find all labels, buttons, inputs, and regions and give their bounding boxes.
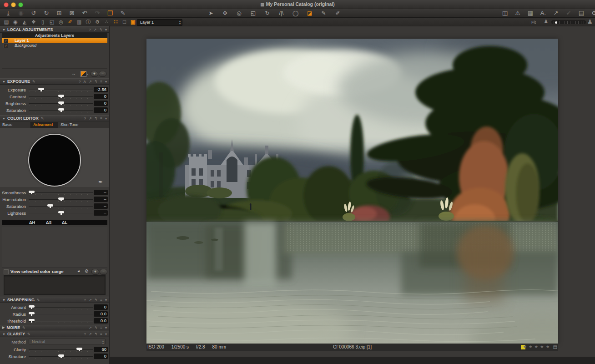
- help-icon[interactable]: ?: [79, 80, 81, 84]
- collapse-caret-icon[interactable]: ▼: [2, 28, 5, 31]
- menu-caret-icon[interactable]: ▾: [105, 28, 107, 32]
- framed-view-icon[interactable]: ▣: [129, 18, 137, 26]
- cursor-tool-icon[interactable]: ➤: [204, 9, 218, 17]
- reset-icon[interactable]: ↰: [99, 28, 102, 32]
- preset-icon[interactable]: ≡: [100, 298, 102, 302]
- info-tab-icon[interactable]: ⓘ: [84, 18, 93, 26]
- slider-value[interactable]: --: [94, 203, 108, 209]
- slider-handle[interactable]: [38, 88, 44, 90]
- remove-layer-button[interactable]: −: [99, 71, 106, 77]
- preset-icon[interactable]: ≡: [100, 80, 102, 84]
- slider-handle[interactable]: [29, 319, 35, 321]
- capture-icon[interactable]: ◉: [15, 9, 27, 17]
- help-icon[interactable]: ?: [84, 332, 86, 336]
- redo-icon[interactable]: ↷: [91, 9, 104, 17]
- slider-handle[interactable]: [29, 305, 35, 308]
- slider-handle[interactable]: [29, 191, 35, 193]
- help-icon[interactable]: ?: [84, 116, 86, 121]
- slider-value[interactable]: 0: [94, 101, 108, 106]
- slider-track[interactable]: [29, 307, 93, 308]
- collapse-caret-icon[interactable]: ▼: [2, 298, 5, 302]
- preset-icon[interactable]: ≡: [100, 326, 102, 330]
- color-tab-icon[interactable]: ❖: [29, 18, 38, 26]
- loupe-tool-icon[interactable]: ◎: [232, 9, 246, 17]
- slider-handle[interactable]: [29, 312, 35, 314]
- layer-select-stepper-icon[interactable]: ▴▾: [179, 20, 181, 25]
- zoom-fit-label[interactable]: Fit: [531, 20, 536, 25]
- mask-caret-icon[interactable]: ▾: [87, 72, 88, 76]
- proof-profile-icon[interactable]: A.: [537, 9, 550, 17]
- process-tab-icon[interactable]: ∴: [102, 18, 111, 26]
- slider-value[interactable]: 0: [94, 354, 108, 359]
- styles-brush-icon[interactable]: ✎: [116, 9, 129, 17]
- slider-handle[interactable]: [58, 95, 64, 97]
- spot-circle-tool-icon[interactable]: ◯: [288, 9, 303, 17]
- reset-icon[interactable]: ↰: [95, 80, 98, 84]
- menu-caret-icon[interactable]: ▾: [105, 80, 107, 84]
- layer-checkbox[interactable]: ✓: [4, 44, 8, 48]
- color-range-row-empty[interactable]: [2, 262, 107, 268]
- slider-value[interactable]: 0: [94, 304, 108, 310]
- help-icon[interactable]: ?: [89, 28, 91, 32]
- slider-handle[interactable]: [76, 348, 82, 350]
- moire-header[interactable]: ▶ MOIRE ✎ ↗ ↰ ≡ ▾: [0, 325, 109, 330]
- delta-s-toggle[interactable]: ΔS: [46, 220, 51, 225]
- slider-value[interactable]: --: [94, 190, 108, 195]
- slider-value[interactable]: --: [94, 197, 108, 202]
- slider-track[interactable]: [29, 192, 93, 193]
- rotate-cw-icon[interactable]: ↻: [40, 9, 53, 17]
- method-stepper-icon[interactable]: ▴▾: [102, 339, 104, 345]
- detach-icon[interactable]: ↗: [89, 326, 92, 330]
- collapse-caret-icon[interactable]: ▼: [2, 333, 5, 336]
- slider-value[interactable]: 60: [94, 347, 108, 352]
- local-adjustments-header[interactable]: ▼ LOCAL ADJUSTMENTS ? ↗ ↰ ▾: [0, 26, 109, 33]
- rotate-ccw-icon[interactable]: ↺: [27, 9, 40, 17]
- metadata-tab-icon[interactable]: ▥: [75, 18, 84, 26]
- quick-tab-icon[interactable]: ◭: [20, 18, 29, 26]
- menu-caret-icon[interactable]: ▾: [105, 298, 107, 302]
- add-color-button[interactable]: +: [91, 269, 99, 275]
- menu-caret-icon[interactable]: ▾: [105, 332, 107, 336]
- remove-color-button[interactable]: −: [100, 269, 107, 275]
- clone-variants-icon[interactable]: ❐: [104, 9, 116, 17]
- preset-icon[interactable]: ≡: [100, 116, 102, 121]
- slider-handle[interactable]: [58, 354, 64, 357]
- detach-icon[interactable]: ↗: [89, 80, 92, 84]
- reset-icon[interactable]: ↰: [95, 298, 98, 302]
- detach-icon[interactable]: ↗: [89, 332, 92, 336]
- local-adjustments-tab-icon[interactable]: ✐: [66, 18, 75, 26]
- slider-track[interactable]: [29, 206, 93, 207]
- slider-track[interactable]: [29, 349, 93, 350]
- import-icon[interactable]: ⤓: [2, 9, 15, 17]
- collapse-caret-icon[interactable]: ▶: [2, 326, 5, 329]
- settings-tab-icon[interactable]: ⚙: [93, 18, 102, 26]
- reset-icon[interactable]: ↰: [95, 332, 98, 336]
- crop-tool-icon[interactable]: ◱: [246, 9, 260, 17]
- straighten-tool-icon[interactable]: /|\: [274, 9, 288, 17]
- slider-handle[interactable]: [47, 204, 53, 207]
- detach-icon[interactable]: ↗: [94, 28, 97, 32]
- multi-view-icon[interactable]: ∷: [111, 18, 120, 26]
- preset-icon[interactable]: ≡: [100, 332, 102, 336]
- slider-value[interactable]: -2.56: [94, 87, 108, 92]
- exposure-tab-icon[interactable]: ▯: [38, 18, 47, 26]
- reset-icon[interactable]: ↰: [95, 116, 98, 121]
- exposure-levels-icon[interactable]: ◫: [499, 9, 511, 17]
- view-range-checkbox[interactable]: [4, 269, 9, 274]
- warning-icon[interactable]: ⚠: [511, 9, 524, 17]
- method-select[interactable]: Neutral ▴▾: [29, 339, 106, 344]
- slider-handle[interactable]: [58, 211, 64, 213]
- crop-tab-icon[interactable]: ◱: [47, 18, 56, 26]
- slider-handle[interactable]: [58, 197, 64, 200]
- detach-icon[interactable]: ↗: [89, 298, 92, 302]
- layer-row-empty[interactable]: [2, 63, 107, 69]
- slider-value[interactable]: 0: [94, 94, 108, 99]
- print-icon[interactable]: ▤: [575, 9, 588, 17]
- slider-value[interactable]: 0.0: [94, 318, 108, 324]
- menu-caret-icon[interactable]: ▾: [105, 326, 107, 330]
- gradient-mask-tool-icon[interactable]: ◪: [303, 9, 317, 17]
- star-rating[interactable]: ★ ★ ★ ★ ★: [523, 344, 550, 349]
- reset-icon[interactable]: ↰: [95, 326, 98, 330]
- rotate-tool-icon[interactable]: ↻: [260, 9, 274, 17]
- capture-tab-icon[interactable]: ◉: [11, 18, 20, 26]
